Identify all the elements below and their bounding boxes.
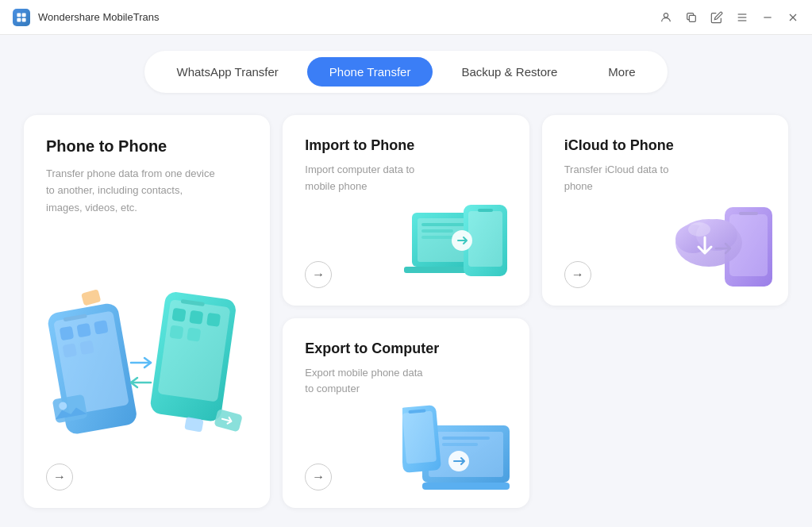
card-desc: Transfer phone data from one device to a… [46,165,221,216]
svg-rect-25 [206,313,221,327]
card-title: Export to Computer [305,340,506,357]
svg-rect-41 [478,209,493,212]
svg-rect-28 [81,289,101,306]
person-icon[interactable] [660,11,672,24]
svg-rect-15 [60,326,75,341]
card-desc: Import computer data to mobile phone [305,162,432,195]
tab-more[interactable]: More [586,57,657,87]
svg-rect-16 [77,323,92,338]
card-title: Import to Phone [305,137,506,154]
tab-backup[interactable]: Backup & Restore [439,57,579,87]
svg-point-4 [664,13,668,17]
tab-phone[interactable]: Phone Transfer [307,57,433,87]
svg-point-49 [688,222,710,237]
close-button[interactable] [787,11,799,24]
import-illustration [404,193,523,299]
svg-rect-1 [22,13,26,17]
app-title: Wondershare MobileTrans [38,11,660,23]
card-import-to-phone[interactable]: Import to Phone Import computer data to … [283,115,529,306]
card-phone-to-phone[interactable]: Phone to Phone Transfer phone data from … [24,115,270,508]
svg-rect-26 [170,325,184,339]
svg-rect-54 [442,443,478,446]
phone-to-phone-illustration [32,282,262,464]
nav-tabs: WhatsApp Transfer Phone Transfer Backup … [144,51,667,93]
svg-rect-17 [94,320,109,335]
card-desc: Transfer iCloud data to phone [564,162,691,195]
app-icon [13,9,30,26]
card-arrow-import[interactable]: → [305,261,332,288]
svg-rect-2 [17,17,21,21]
menu-icon[interactable] [736,11,749,24]
svg-rect-18 [63,343,78,358]
card-arrow-icloud[interactable]: → [564,261,591,288]
window-controls [660,11,799,24]
svg-rect-27 [187,328,201,342]
card-export-to-computer[interactable]: Export to Computer Export mobile phone d… [283,318,529,509]
svg-rect-37 [421,229,453,233]
svg-rect-40 [468,211,502,267]
card-arrow-phone-to-phone[interactable]: → [46,464,73,490]
svg-rect-23 [172,308,187,322]
svg-rect-53 [442,437,490,440]
copy-icon[interactable] [685,11,698,24]
tab-whatsapp[interactable]: WhatsApp Transfer [154,57,300,87]
svg-rect-3 [22,17,26,21]
title-bar: Wondershare MobileTrans [0,0,812,35]
card-title: Phone to Phone [46,137,248,156]
svg-rect-0 [17,13,21,17]
card-icloud-to-phone[interactable]: iCloud to Phone Transfer iCloud data to … [542,115,788,306]
cards-grid: Phone to Phone Transfer phone data from … [24,115,788,508]
minimize-button[interactable] [761,11,774,24]
edit-icon[interactable] [710,11,723,24]
svg-rect-56 [402,411,437,464]
svg-rect-45 [739,212,758,215]
card-desc: Export mobile phone data to computer [305,365,432,398]
empty-cell [542,318,788,509]
svg-rect-24 [189,310,203,325]
card-arrow-export[interactable]: → [305,464,332,490]
main-content: WhatsApp Transfer Phone Transfer Backup … [0,35,812,527]
svg-rect-19 [79,340,94,356]
icloud-illustration [665,191,784,298]
svg-rect-36 [421,223,469,226]
svg-rect-5 [689,15,695,21]
card-title: iCloud to Phone [564,137,766,154]
export-illustration [402,394,525,504]
svg-rect-52 [422,483,510,490]
